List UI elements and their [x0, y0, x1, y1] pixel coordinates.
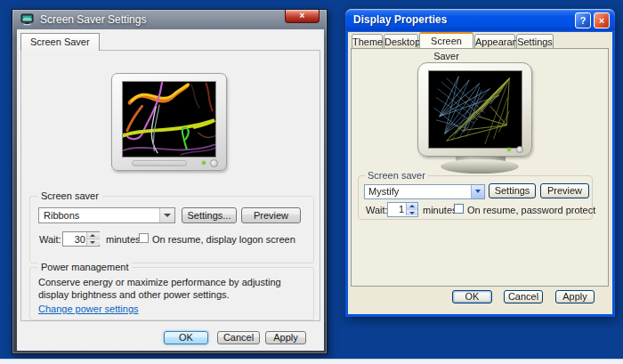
- power-management-group: Power management Conserve energy or maxi…: [29, 267, 314, 320]
- dropdown-button[interactable]: [471, 185, 484, 198]
- apply-button[interactable]: Apply: [265, 331, 306, 344]
- ribbons-preview-screen: [122, 81, 216, 158]
- window-title: Screen Saver Settings: [40, 13, 146, 26]
- right-window-client: Themes Desktop Screen Saver Appearance S…: [345, 32, 615, 317]
- left-titlebar[interactable]: Screen Saver Settings ×: [12, 10, 327, 29]
- tab-desktop[interactable]: Desktop: [384, 34, 418, 49]
- preview-button[interactable]: Preview: [241, 207, 301, 223]
- window-title: Display Properties: [353, 13, 447, 26]
- close-icon: ×: [300, 11, 305, 20]
- spin-up-icon: [90, 234, 95, 237]
- power-management-legend: Power management: [37, 262, 132, 272]
- chevron-down-icon: [164, 214, 171, 217]
- screensaver-dropdown-value: Mystify: [368, 186, 399, 197]
- change-power-settings-link[interactable]: Change power settings: [38, 303, 139, 314]
- spinner-buttons: [406, 203, 417, 216]
- spin-down-icon: [90, 241, 95, 244]
- close-icon: ×: [599, 15, 604, 26]
- tab-screen-saver[interactable]: Screen Saver: [20, 33, 100, 51]
- minutes-label: minutes: [423, 205, 457, 215]
- on-resume-checkbox[interactable]: [139, 233, 149, 243]
- spin-up-button[interactable]: [87, 232, 100, 239]
- display-app-icon: [20, 13, 35, 26]
- tab-themes[interactable]: Themes: [352, 34, 383, 49]
- close-button[interactable]: ×: [594, 12, 610, 28]
- display-properties-window: Display Properties ? × Themes Desktop Sc…: [345, 9, 615, 317]
- screen-saver-group: Screen saver Ribbons Settings... Preview…: [29, 196, 314, 263]
- help-button[interactable]: ?: [575, 12, 591, 28]
- close-button[interactable]: ×: [285, 10, 320, 23]
- spinner-buttons: [86, 232, 99, 246]
- ok-button[interactable]: OK: [164, 331, 208, 344]
- screensaver-dropdown[interactable]: Ribbons: [38, 207, 175, 223]
- monitor-power-button: [516, 146, 523, 153]
- minutes-label: minutes: [106, 234, 141, 245]
- mystify-preview-screen: [428, 70, 522, 149]
- ok-button[interactable]: OK: [452, 290, 492, 303]
- spin-up-button[interactable]: [406, 203, 417, 209]
- mystify-artwork: [429, 71, 522, 148]
- left-window-client: Screen Saver: [17, 29, 324, 351]
- wait-spinner[interactable]: 30: [62, 231, 100, 247]
- cancel-button[interactable]: Cancel: [504, 290, 543, 303]
- ribbons-artwork: [123, 82, 215, 157]
- screen-saver-group: Screen saver Mystify Settings Preview Wa…: [358, 175, 593, 220]
- screen-saver-tab-page: Screen saver Ribbons Settings... Preview…: [20, 50, 320, 321]
- desktop: { "colors": { "desktop_bg": "#0a3e90", "…: [0, 0, 623, 364]
- preview-button[interactable]: Preview: [540, 183, 589, 198]
- monitor-power-button: [210, 159, 218, 167]
- power-led: [507, 148, 511, 151]
- on-resume-checkbox-label[interactable]: On resume, display logon screen: [152, 234, 295, 245]
- wait-value[interactable]: 30: [63, 234, 85, 245]
- cancel-button[interactable]: Cancel: [217, 331, 260, 344]
- apply-button[interactable]: Apply: [555, 290, 595, 303]
- settings-button[interactable]: Settings: [489, 183, 536, 198]
- wait-label: Wait:: [39, 234, 61, 245]
- chevron-down-icon: [475, 190, 481, 193]
- monitor-stand-base: [441, 159, 519, 174]
- screen-saver-group-legend: Screen saver: [37, 190, 102, 201]
- dropdown-button[interactable]: [159, 208, 174, 222]
- screen-saver-settings-window: Screen Saver Settings × Screen Saver: [12, 9, 328, 354]
- screen-saver-tab-page: Screen saver Mystify Settings Preview Wa…: [351, 48, 609, 287]
- spin-up-icon: [409, 205, 415, 207]
- screensaver-preview-monitor: [111, 73, 227, 171]
- desktop-bottom-strip: [0, 359, 623, 364]
- help-icon: ?: [580, 15, 587, 26]
- screensaver-preview-monitor: [417, 62, 532, 157]
- screensaver-dropdown[interactable]: Mystify: [364, 184, 485, 199]
- screen-saver-group-legend: Screen saver: [365, 170, 428, 181]
- wait-label: Wait:: [366, 205, 388, 215]
- right-titlebar[interactable]: Display Properties ? ×: [345, 9, 615, 32]
- on-resume-checkbox-label[interactable]: On resume, password protect: [467, 205, 595, 215]
- tab-screen-saver[interactable]: Screen Saver: [419, 32, 473, 49]
- tab-appearance[interactable]: Appearance: [474, 34, 515, 49]
- settings-button[interactable]: Settings...: [182, 207, 237, 223]
- monitor-bezel-bar: [132, 160, 187, 166]
- spin-down-button[interactable]: [406, 209, 417, 215]
- on-resume-checkbox[interactable]: [454, 204, 464, 214]
- screensaver-dropdown-value: Ribbons: [44, 210, 79, 221]
- power-led: [202, 161, 206, 165]
- spin-down-button[interactable]: [87, 239, 100, 245]
- tab-settings[interactable]: Settings: [516, 34, 554, 49]
- wait-value[interactable]: 1: [388, 204, 404, 214]
- power-description: Conserve energy or maximize performance …: [38, 276, 307, 301]
- wait-spinner[interactable]: 1: [387, 202, 418, 217]
- spin-down-icon: [409, 212, 415, 214]
